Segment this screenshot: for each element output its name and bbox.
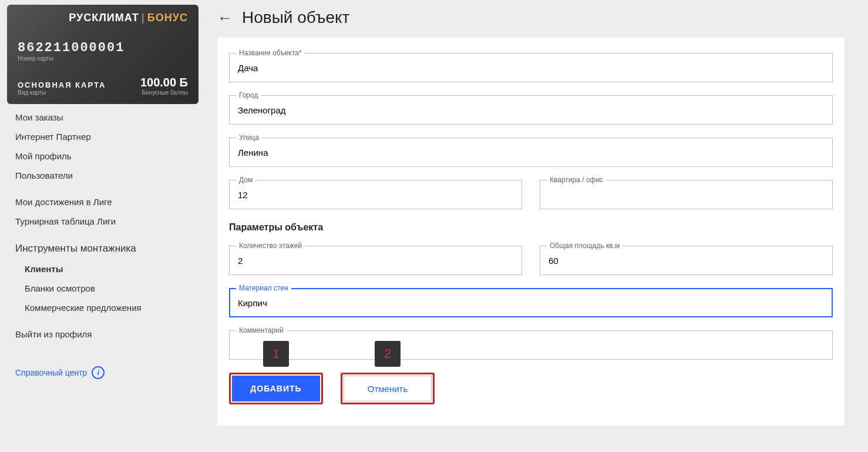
label-apartment: Квартира / офис xyxy=(547,176,606,184)
main: ← Новый объект Название объекта* Город У… xyxy=(206,0,868,452)
nav: Мои заказы Интернет Партнер Мой профиль … xyxy=(7,108,199,384)
card-number: 862211000001 xyxy=(18,41,188,55)
field-apartment: Квартира / офис xyxy=(540,180,833,209)
nav-inspection-forms[interactable]: Бланки осмотров xyxy=(16,279,199,298)
label-comment: Комментарий xyxy=(236,326,287,334)
page-title: Новый объект xyxy=(242,8,349,27)
callout-cancel: 2 Отменить xyxy=(341,373,435,404)
field-comment: Комментарий xyxy=(229,330,833,360)
callout-add: 1 ДОБАВИТЬ xyxy=(229,373,323,404)
label-object-name: Название объекта* xyxy=(236,49,304,57)
help-label: Справочный центр xyxy=(15,368,87,377)
input-apartment[interactable] xyxy=(540,180,833,209)
label-street: Улица xyxy=(236,133,262,142)
help-center-link[interactable]: Справочный центр i xyxy=(7,361,199,384)
label-house: Дом xyxy=(236,176,255,184)
callout-marker-1: 1 xyxy=(263,341,289,367)
label-area: Общая площадь кв.м xyxy=(547,242,623,250)
input-object-name[interactable] xyxy=(229,53,833,82)
info-icon: i xyxy=(92,366,105,379)
callout-marker-2: 2 xyxy=(375,341,401,367)
input-wall-material[interactable] xyxy=(229,288,833,317)
cancel-button[interactable]: Отменить xyxy=(344,376,432,401)
card-type: ОСНОВНАЯ КАРТА xyxy=(18,81,106,89)
input-comment[interactable] xyxy=(229,330,833,360)
label-city: Город xyxy=(236,91,261,99)
card-balance: 100.00 Б xyxy=(140,76,188,89)
field-area: Общая площадь кв.м xyxy=(540,246,833,275)
brand-logo: РУСКЛИМАТ|БОНУС xyxy=(18,12,188,24)
field-floors: Количество этажей xyxy=(229,246,522,275)
sidebar: РУСКЛИМАТ|БОНУС 862211000001 Номер карты… xyxy=(0,0,206,452)
nav-tournament[interactable]: Турнирная таблица Лиги xyxy=(7,212,199,231)
card-balance-label: Бонусные баллы xyxy=(140,89,188,96)
field-house: Дом xyxy=(229,180,522,209)
nav-achievements[interactable]: Мои достижения в Лиге xyxy=(7,192,199,212)
section-params-heading: Параметры объекта xyxy=(229,222,833,233)
nav-clients[interactable]: Клиенты xyxy=(16,259,199,279)
input-house[interactable] xyxy=(229,180,522,209)
nav-orders[interactable]: Мои заказы xyxy=(7,108,199,127)
field-street: Улица xyxy=(229,138,833,167)
nav-users[interactable]: Пользователи xyxy=(7,166,199,185)
nav-logout[interactable]: Выйти из профиля xyxy=(7,324,199,344)
form-panel: Название объекта* Город Улица Дом Кварти… xyxy=(217,38,845,426)
nav-profile[interactable]: Мой профиль xyxy=(7,146,199,166)
page-header: ← Новый объект xyxy=(217,0,845,38)
label-floors: Количество этажей xyxy=(236,242,305,250)
button-row: 1 ДОБАВИТЬ 2 Отменить xyxy=(229,373,833,404)
bonus-card: РУСКЛИМАТ|БОНУС 862211000001 Номер карты… xyxy=(7,5,199,104)
field-wall-material: Материал стен xyxy=(229,288,833,317)
field-object-name: Название объекта* xyxy=(229,53,833,82)
input-area[interactable] xyxy=(540,246,833,275)
input-floors[interactable] xyxy=(229,246,522,275)
input-city[interactable] xyxy=(229,95,833,125)
input-street[interactable] xyxy=(229,138,833,167)
back-arrow-icon[interactable]: ← xyxy=(217,9,233,27)
nav-partner[interactable]: Интернет Партнер xyxy=(7,127,199,146)
nav-tools-header: Инструменты монтажника xyxy=(7,238,199,259)
card-number-label: Номер карты xyxy=(18,55,188,62)
card-type-label: Вид карты xyxy=(18,89,106,96)
label-wall-material: Материал стен xyxy=(236,284,291,292)
nav-commercial-offers[interactable]: Коммерческие предложения xyxy=(16,298,199,317)
field-city: Город xyxy=(229,95,833,125)
add-button[interactable]: ДОБАВИТЬ xyxy=(232,376,320,401)
